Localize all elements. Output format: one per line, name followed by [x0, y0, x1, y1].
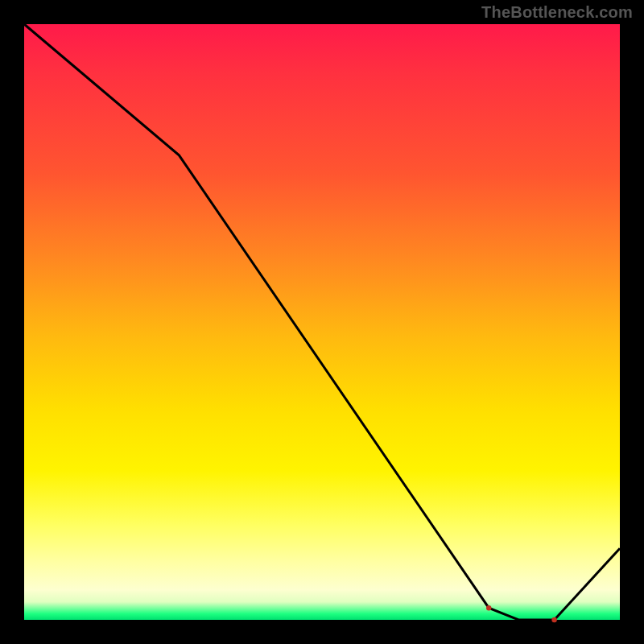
chart-root: TheBottleneck.com — [0, 0, 644, 644]
min-marker-2 — [551, 617, 556, 622]
watermark-text: TheBottleneck.com — [481, 3, 633, 22]
chart-svg — [24, 24, 620, 620]
bottleneck-curve-line — [24, 24, 620, 620]
min-marker-1 — [486, 605, 491, 610]
plot-frame — [24, 24, 620, 620]
